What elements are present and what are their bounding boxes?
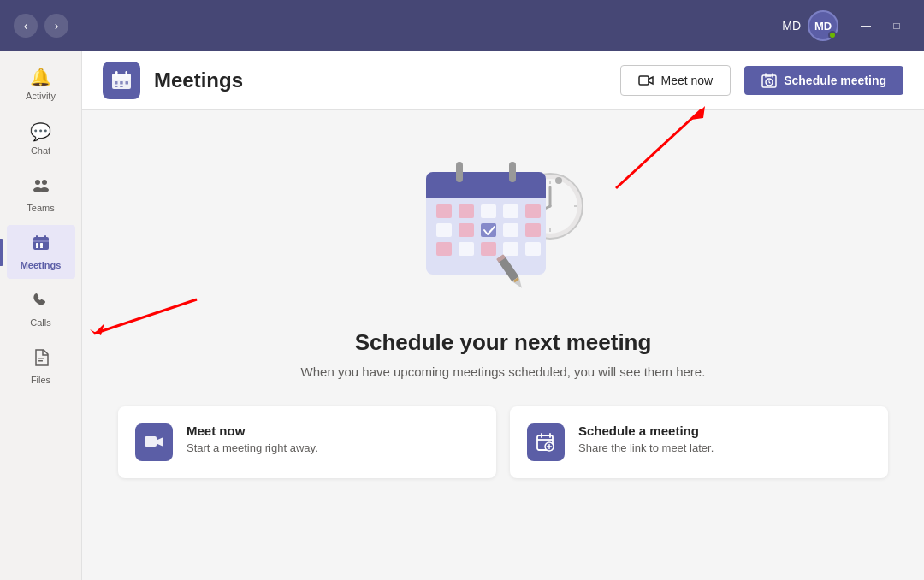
page-icon [103, 62, 140, 99]
card-schedule-meeting: Schedule a meeting Share the link to mee… [510, 406, 888, 478]
sidebar-item-meetings[interactable]: Meetings [7, 225, 75, 279]
camera-icon [638, 73, 654, 88]
user-initials-label: MD [782, 19, 801, 33]
svg-rect-43 [481, 204, 496, 218]
svg-rect-7 [33, 240, 49, 242]
card-schedule-title: Schedule a meeting [578, 423, 714, 438]
svg-rect-23 [639, 76, 649, 85]
svg-rect-5 [36, 235, 38, 240]
svg-rect-13 [38, 360, 43, 362]
chat-icon: 💬 [30, 121, 51, 142]
hero-subtitle: When you have upcoming meetings schedule… [301, 364, 706, 379]
card-schedule-icon [527, 423, 565, 461]
forward-button[interactable]: › [44, 14, 68, 38]
svg-rect-45 [525, 204, 541, 218]
calls-icon [32, 291, 50, 314]
sidebar-item-activity[interactable]: 🔔 Activity [7, 58, 75, 109]
back-button[interactable]: ‹ [14, 14, 38, 38]
card-meet-now-text: Meet now Start a meeting right away. [187, 423, 318, 454]
minimize-button[interactable]: — [852, 15, 880, 36]
maximize-button[interactable]: □ [883, 15, 910, 36]
meet-now-button[interactable]: Meet now [620, 65, 731, 96]
svg-rect-49 [503, 223, 518, 237]
svg-rect-22 [120, 86, 123, 87]
card-meet-now: Meet now Start a meeting right away. [118, 406, 496, 478]
svg-rect-51 [436, 242, 452, 256]
svg-rect-21 [115, 86, 118, 87]
meet-now-label: Meet now [660, 74, 713, 87]
sidebar-label-meetings: Meetings [21, 260, 62, 270]
sidebar-item-chat[interactable]: 💬 Chat [7, 113, 75, 164]
sidebar-label-activity: Activity [26, 91, 56, 101]
main-content: Schedule your next meeting When you have… [82, 110, 924, 580]
sidebar: 🔔 Activity 💬 Chat Teams [0, 51, 82, 580]
meetings-icon [32, 234, 50, 257]
svg-rect-53 [481, 242, 496, 256]
hero-title: Schedule your next meeting [355, 329, 652, 356]
svg-rect-9 [40, 243, 43, 246]
status-dot [828, 31, 837, 39]
schedule-meeting-label: Schedule meeting [784, 74, 886, 87]
sidebar-label-teams: Teams [27, 203, 54, 213]
main-layout: 🔔 Activity 💬 Chat Teams [0, 51, 924, 580]
avatar[interactable]: MD [808, 10, 838, 41]
svg-rect-12 [38, 358, 44, 359]
sidebar-item-calls[interactable]: Calls [7, 282, 75, 336]
svg-rect-11 [40, 246, 43, 248]
sidebar-label-calls: Calls [30, 317, 50, 328]
svg-rect-52 [459, 242, 474, 256]
cards-row: Meet now Start a meeting right away. [118, 406, 888, 478]
svg-point-35 [555, 177, 562, 184]
svg-rect-18 [115, 81, 118, 85]
svg-rect-16 [116, 71, 118, 76]
svg-rect-10 [36, 246, 38, 248]
window-controls: — □ [852, 15, 910, 36]
sidebar-item-teams[interactable]: Teams [7, 168, 75, 222]
card-meet-now-title: Meet now [187, 423, 318, 438]
card-schedule-text: Schedule a meeting Share the link to mee… [578, 423, 714, 454]
svg-rect-55 [525, 242, 541, 256]
video-camera-icon [144, 432, 164, 453]
svg-rect-15 [112, 74, 131, 80]
svg-rect-44 [503, 204, 518, 218]
card-meet-now-icon [135, 423, 173, 461]
svg-rect-38 [426, 187, 546, 198]
svg-rect-40 [509, 162, 516, 182]
user-info: MD MD [782, 10, 838, 41]
page-title: Meetings [154, 68, 607, 92]
content-area: Meetings Meet now Schedule meeting [82, 51, 924, 580]
page-header: Meetings Meet now Schedule meeting [82, 51, 924, 110]
titlebar: ‹ › MD MD — □ [0, 0, 924, 51]
sidebar-label-files: Files [31, 375, 50, 385]
svg-rect-6 [44, 235, 46, 240]
svg-rect-46 [436, 223, 452, 237]
sidebar-label-chat: Chat [31, 145, 50, 156]
svg-point-3 [40, 187, 49, 192]
calendar-plus-icon [536, 432, 556, 453]
card-schedule-subtitle: Share the link to meet later. [578, 441, 714, 454]
schedule-icon [761, 73, 777, 88]
svg-rect-48 [481, 223, 496, 237]
svg-rect-47 [459, 223, 474, 237]
svg-rect-8 [36, 243, 38, 246]
sidebar-item-files[interactable]: Files [7, 340, 75, 394]
nav-buttons: ‹ › [14, 14, 68, 38]
teams-icon [32, 176, 50, 199]
svg-rect-20 [126, 81, 129, 85]
files-icon [32, 348, 50, 371]
svg-rect-41 [436, 204, 452, 218]
activity-icon: 🔔 [30, 67, 51, 87]
schedule-meeting-button[interactable]: Schedule meeting [744, 66, 903, 95]
svg-rect-17 [126, 71, 128, 76]
svg-rect-42 [459, 204, 474, 218]
svg-rect-19 [120, 81, 123, 85]
svg-point-0 [35, 180, 40, 185]
calendar-illustration [409, 138, 597, 309]
svg-rect-60 [145, 436, 157, 447]
svg-point-1 [42, 180, 47, 185]
svg-rect-50 [525, 223, 541, 237]
svg-rect-54 [503, 242, 518, 256]
svg-rect-39 [456, 162, 463, 182]
card-meet-now-subtitle: Start a meeting right away. [187, 441, 318, 454]
